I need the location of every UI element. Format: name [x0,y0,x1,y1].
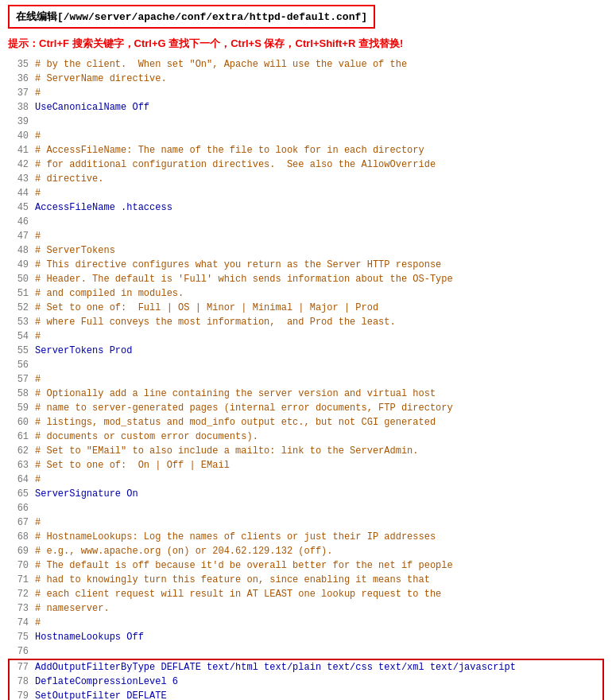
line-code[interactable]: UseCanonicalName Off [35,100,603,115]
line-number: 57 [9,372,35,387]
line-number: 63 [9,458,35,472]
table-row: 60# listings, mod_status and mod_info ou… [9,415,603,430]
line-code[interactable]: # [35,186,603,200]
table-row: 35# by the client. When set "On", Apache… [9,57,603,72]
line-number: 70 [9,558,35,573]
table-row: 71# had to knowingly turn this feature o… [9,573,603,587]
line-code[interactable]: # for additional configuration directive… [35,158,603,172]
line-number: 51 [9,286,35,301]
table-row: 44# [9,186,603,200]
line-code[interactable]: # AccessFileName: The name of the file t… [35,143,603,158]
line-code[interactable]: # where Full conveys the most informatio… [35,315,603,329]
line-code[interactable] [35,644,603,659]
line-code[interactable]: # each client request will result in AT … [35,587,603,601]
line-code[interactable] [35,215,603,229]
title-text: 在线编辑[/www/server/apache/conf/extra/httpd… [16,11,367,23]
table-row: 72# each client request will result in A… [9,587,603,601]
line-number: 54 [9,329,35,344]
line-code[interactable]: # nameserver. [35,601,603,616]
line-number: 45 [9,200,35,215]
line-code[interactable] [35,115,603,129]
table-row: 78DeflateCompressionLevel 6 [9,675,603,689]
line-code[interactable]: ServerSignature On [35,487,603,501]
line-number: 37 [9,86,35,100]
title-bar: 在线编辑[/www/server/apache/conf/extra/httpd… [8,5,375,29]
line-number: 60 [9,415,35,430]
code-table: 35# by the client. When set "On", Apache… [8,57,604,700]
table-row: 62# Set to "EMail" to also include a mai… [9,444,603,458]
line-code[interactable] [35,501,603,515]
line-code[interactable] [35,358,603,372]
line-number: 42 [9,158,35,172]
line-code[interactable]: # This directive configures what you ret… [35,258,603,272]
line-number: 65 [9,487,35,501]
table-row: 61# documents or custom error documents)… [9,430,603,444]
table-row: 55ServerTokens Prod [9,344,603,358]
line-code[interactable]: # e.g., www.apache.org (on) or 204.62.12… [35,544,603,558]
line-code[interactable]: # [35,329,603,344]
table-row: 66 [9,501,603,515]
line-code[interactable]: HostnameLookups Off [35,630,603,644]
line-number: 74 [9,616,35,630]
line-number: 44 [9,186,35,200]
line-code[interactable]: # had to knowingly turn this feature on,… [35,573,603,587]
table-row: 36# ServerName directive. [9,72,603,86]
line-code[interactable]: # listings, mod_status and mod_info outp… [35,415,603,430]
line-number: 49 [9,258,35,272]
table-row: 54# [9,329,603,344]
line-code[interactable]: # Header. The default is 'Full' which se… [35,272,603,286]
line-code[interactable]: # [35,472,603,487]
line-number: 41 [9,143,35,158]
line-code[interactable]: # and compiled in modules. [35,286,603,301]
table-row: 45AccessFileName .htaccess [9,200,603,215]
line-number: 76 [9,644,35,659]
table-row: 74# [9,616,603,630]
line-code[interactable]: # directive. [35,172,603,186]
table-row: 43# directive. [9,172,603,186]
line-code[interactable]: # ServerName directive. [35,72,603,86]
line-number: 55 [9,344,35,358]
line-number: 64 [9,472,35,487]
line-code[interactable]: ServerTokens Prod [35,344,603,358]
editor-area: 35# by the client. When set "On", Apache… [8,57,604,700]
table-row: 73# nameserver. [9,601,603,616]
table-row: 38UseCanonicalName Off [9,100,603,115]
table-row: 51# and compiled in modules. [9,286,603,301]
line-number: 79 [9,689,35,700]
line-code[interactable]: # ServerTokens [35,243,603,258]
line-code[interactable]: # [35,372,603,387]
line-code[interactable]: # Set to one of: Full | OS | Minor | Min… [35,301,603,315]
table-row: 48# ServerTokens [9,243,603,258]
table-row: 56 [9,358,603,372]
line-code[interactable]: # [35,229,603,243]
line-code[interactable]: # Set to one of: On | Off | EMail [35,458,603,472]
line-code[interactable]: AccessFileName .htaccess [35,200,603,215]
line-number: 43 [9,172,35,186]
line-code[interactable]: # Optionally add a line containing the s… [35,387,603,401]
table-row: 57# [9,372,603,387]
table-row: 59# name to server-generated pages (inte… [9,401,603,415]
line-code[interactable]: # Set to "EMail" to also include a mailt… [35,444,603,458]
line-code[interactable]: SetOutputFilter DEFLATE [35,689,603,700]
line-number: 52 [9,301,35,315]
line-code[interactable]: # documents or custom error documents). [35,430,603,444]
line-number: 69 [9,544,35,558]
line-code[interactable]: # The default is off because it'd be ove… [35,558,603,573]
line-code[interactable]: # [35,515,603,530]
table-row: 50# Header. The default is 'Full' which … [9,272,603,286]
line-number: 59 [9,401,35,415]
line-code[interactable]: AddOutputFilterByType DEFLATE text/html … [35,659,603,675]
table-row: 68# HostnameLookups: Log the names of cl… [9,530,603,544]
table-row: 70# The default is off because it'd be o… [9,558,603,573]
line-code[interactable]: # [35,86,603,100]
line-number: 48 [9,243,35,258]
line-code[interactable]: # [35,616,603,630]
line-code[interactable]: # name to server-generated pages (intern… [35,401,603,415]
line-number: 36 [9,72,35,86]
line-code[interactable]: # [35,129,603,143]
line-code[interactable]: # by the client. When set "On", Apache w… [35,57,603,72]
table-row: 49# This directive configures what you r… [9,258,603,272]
line-code[interactable]: DeflateCompressionLevel 6 [35,675,603,689]
line-code[interactable]: # HostnameLookups: Log the names of clie… [35,530,603,544]
line-number: 35 [9,57,35,72]
